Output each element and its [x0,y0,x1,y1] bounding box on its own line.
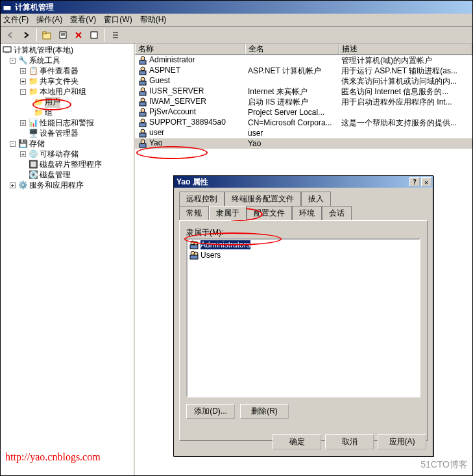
tree-localusers[interactable]: -📁本地用户和组 [2,86,132,97]
up-icon[interactable] [40,28,55,42]
svg-rect-19 [139,92,146,95]
tree-root[interactable]: 计算机管理(本地) [2,45,132,55]
list-icon[interactable] [108,28,123,42]
group-icon [189,240,199,250]
share-icon: 📁 [28,76,38,86]
tree-defrag[interactable]: 🔲磁盘碎片整理程序 [2,159,132,169]
refresh-icon[interactable] [87,28,101,42]
user-row[interactable]: Administrator管理计算机(域)的内置帐户 [135,55,472,66]
user-icon [138,86,148,97]
user-row[interactable]: useruser [135,128,472,138]
tree-perf[interactable]: +📊性能日志和警报 [2,118,132,128]
tools-icon: 🔧 [18,55,28,66]
help-button[interactable]: ? [409,177,420,186]
tab-session[interactable]: 会话 [322,206,352,220]
menu-action[interactable]: 操作(A) [36,14,62,25]
svg-rect-3 [43,32,46,34]
svg-rect-15 [139,71,146,75]
svg-rect-9 [91,32,97,38]
svg-rect-32 [190,245,198,249]
dialog-titlebar[interactable]: Yao 属性 ? ✕ [174,176,433,188]
ok-button[interactable]: 确定 [273,434,321,449]
forward-button[interactable] [19,28,33,42]
window-title: 计算机管理 [15,2,471,13]
removable-icon: 💿 [28,149,38,159]
menu-view[interactable]: 查看(V) [70,14,96,25]
tab-env[interactable]: 环境 [292,206,322,220]
tree-pane[interactable]: 计算机管理(本地) -🔧系统工具 +📋事件查看器 +📁共享文件夹 -📁本地用户和… [1,44,135,475]
collapse-icon[interactable]: - [20,89,26,95]
menu-help[interactable]: 帮助(H) [140,14,167,25]
menu-window[interactable]: 窗口(W) [104,14,132,25]
svg-point-20 [141,98,145,102]
watermark-url: http://yao.cnblogs.com [5,451,101,463]
group-item-users[interactable]: Users [188,250,419,260]
svg-rect-23 [139,112,146,116]
svg-point-14 [141,67,145,71]
expand-icon[interactable]: + [20,120,26,126]
perf-icon: 📊 [28,118,38,128]
expand-icon[interactable]: + [10,182,16,188]
user-row[interactable]: IWAM_SERVER启动 IIS 进程帐户用于启动进程外应用程序的 Int..… [135,97,472,107]
folder-icon: 📁 [33,107,43,118]
user-icon [138,128,148,138]
tab-memberof[interactable]: 隶属于 [209,206,247,220]
menu-file[interactable]: 文件(F) [3,14,29,25]
user-icon [138,97,148,107]
tree-groups[interactable]: 📁组 [2,107,132,118]
user-row[interactable]: YaoYao [135,138,472,149]
user-row[interactable]: ASPNETASP.NET 计算机帐户用于运行 ASP.NET 辅助进程(as.… [135,66,472,76]
tree-diskmgmt[interactable]: 💽磁盘管理 [2,169,132,180]
tree-users[interactable]: 📁用户 [2,97,132,107]
tab-terminal[interactable]: 终端服务配置文件 [224,192,301,206]
collapse-icon[interactable]: - [10,58,16,64]
collapse-icon[interactable]: - [10,141,16,147]
svg-point-26 [141,129,145,133]
remove-button[interactable]: 删除(R) [240,404,289,419]
group-item-administrators[interactable]: Administrators [188,240,419,250]
expand-icon[interactable]: + [20,151,26,157]
memberof-list[interactable]: Administrators Users [186,238,420,397]
tree-removable[interactable]: +💿可移动存储 [2,149,132,159]
expand-icon[interactable]: + [20,79,26,84]
properties-dialog: Yao 属性 ? ✕ 远程控制 终端服务配置文件 拔入 常规 隶属于 配置文件 … [173,175,433,457]
tab-profile[interactable]: 配置文件 [247,206,292,220]
tree-shared[interactable]: +📁共享文件夹 [2,76,132,86]
app-icon [2,2,12,12]
user-icon [138,107,148,118]
cancel-button[interactable]: 取消 [325,434,374,449]
titlebar[interactable]: 计算机管理 [1,1,472,14]
col-name[interactable]: 名称 [135,44,245,55]
col-fullname[interactable]: 全名 [245,44,339,55]
tree-storage[interactable]: -💾存储 [2,138,132,149]
user-rows: Administrator管理计算机(域)的内置帐户ASPNETASP.NET … [135,55,472,149]
col-desc[interactable]: 描述 [339,44,472,55]
tree-devmgr[interactable]: 🖥️设备管理器 [2,128,132,138]
svg-rect-25 [139,123,146,127]
delete-icon[interactable] [71,28,86,42]
apply-button[interactable]: 应用(A) [378,434,426,449]
svg-rect-29 [139,144,146,147]
user-row[interactable]: IUSR_SERVERInternet 来宾帐户匿名访问 Internet 信息… [135,86,472,97]
tabs-row-front: 常规 隶属于 配置文件 环境 会话 [174,206,433,220]
tree-systools[interactable]: -🔧系统工具 [2,55,132,66]
tab-general[interactable]: 常规 [179,206,209,220]
add-button[interactable]: 添加(D)... [186,404,235,419]
tab-remote[interactable]: 远程控制 [179,192,224,206]
svg-point-22 [141,108,145,112]
tab-dialin[interactable]: 拔入 [301,192,331,206]
group-icon [189,250,199,260]
close-button[interactable]: ✕ [421,177,431,186]
memberof-label: 隶属于(M): [186,227,420,238]
properties-icon[interactable] [56,28,70,42]
expand-icon[interactable]: + [20,68,26,74]
tree-eventviewer[interactable]: +📋事件查看器 [2,66,132,76]
toolbar [1,27,472,44]
user-row[interactable]: Guest供来宾访问计算机或访问域的内... [135,76,472,86]
user-row[interactable]: PjSvrAccountProject Server Local... [135,107,472,118]
svg-rect-21 [139,102,146,106]
back-button[interactable] [3,28,18,42]
user-row[interactable]: SUPPORT_388945a0CN=Microsoft Corpora...这… [135,118,472,128]
tree-services[interactable]: +⚙️服务和应用程序 [2,180,132,190]
tab-body: 隶属于(M): Administrators Users 添加(D)... 删除… [179,220,428,441]
